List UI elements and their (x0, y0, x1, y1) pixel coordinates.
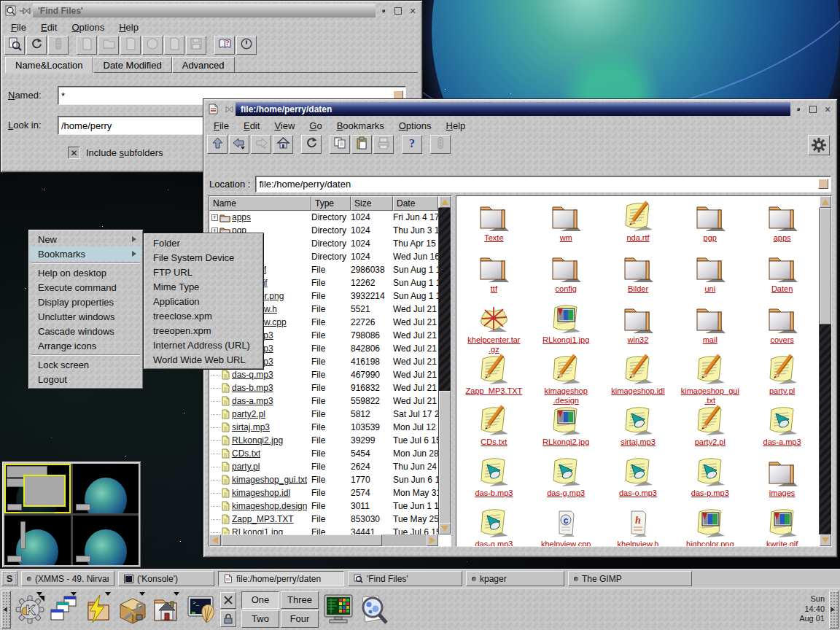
menu-file[interactable]: File (4, 20, 34, 34)
icon-label[interactable]: das-o.mp3 (619, 489, 657, 498)
context-menu-item-lock-screen[interactable]: Lock screen (30, 357, 141, 372)
window-title[interactable]: 'Find Files' (33, 4, 376, 18)
file-name-link[interactable]: das-a.mp3 (232, 396, 273, 406)
maximize-button[interactable] (392, 4, 405, 17)
menu-bookmarks[interactable]: Bookmarks (330, 119, 392, 133)
desktop-button-four[interactable]: Four (281, 610, 319, 628)
icon-cell[interactable]: kimageshop.idl (602, 352, 674, 403)
close-button[interactable]: × (821, 103, 834, 115)
file-name-link[interactable]: das-q.mp3 (232, 370, 273, 380)
copy-button[interactable] (330, 135, 350, 154)
table-row[interactable]: RLkonqi1.jpgFile34441Tue Jul 6 15: (209, 526, 438, 534)
icon-cell[interactable]: kimageshop_gui.txt (674, 352, 746, 403)
pager-desktop-4[interactable] (73, 516, 139, 565)
up-button[interactable] (207, 135, 228, 154)
column-header-size[interactable]: Size (351, 196, 393, 211)
icon-label[interactable]: das-a.mp3 (763, 438, 801, 447)
icon-label[interactable]: das-g.mp3 (547, 489, 585, 498)
file-name-link[interactable]: kimageshop_gui.txt (232, 475, 307, 485)
icon-label[interactable]: Bilder (628, 284, 648, 294)
sticky-pin-icon[interactable] (221, 103, 234, 115)
taskbar-start-button[interactable]: S (1, 571, 18, 586)
icon-cell[interactable]: das-a.mp3 (746, 403, 818, 454)
file-name-link[interactable]: RLkonqi2.jpg (232, 435, 283, 446)
submenu-item-folder[interactable]: Folder (145, 236, 262, 250)
window-list-button[interactable] (47, 591, 81, 628)
icon-cell[interactable]: Zapp_MP3.TXT (458, 352, 530, 403)
icon-cell[interactable]: CDs.txt (458, 403, 530, 454)
icons-scroll-thumb[interactable] (820, 208, 831, 324)
icon-cell[interactable]: RLkonqi2.jpg (530, 403, 602, 454)
icon-label[interactable]: config (556, 284, 577, 294)
table-row[interactable]: kimageshop.designFile3011Tue Jun 1 15 (209, 499, 438, 513)
sticky-pin-icon[interactable] (18, 4, 31, 17)
icon-label[interactable]: khelpview.cpp (541, 540, 591, 547)
stop-button[interactable] (430, 135, 451, 154)
icon-label[interactable]: RLkonqi1.jpg (542, 335, 589, 345)
x-tool-button[interactable] (220, 592, 236, 609)
file-name-link[interactable]: RLkonqi1.jpg (232, 527, 283, 534)
taskbar-item[interactable]: ('Konsole') (118, 571, 214, 586)
reload-button[interactable] (26, 36, 47, 55)
context-menu-item-help-on-desktop[interactable]: Help on desktop (30, 265, 141, 280)
icon-cell[interactable]: images (746, 454, 818, 505)
icon-cell[interactable]: nda.rtf (602, 199, 674, 250)
desktop-button-one[interactable]: One (241, 591, 279, 609)
tree-scroll-left-button[interactable] (209, 534, 221, 546)
minimize-button[interactable] (792, 103, 805, 115)
table-row[interactable]: das-a.mp3File559822Wed Jul 21 21 (209, 394, 438, 408)
find-tool-button[interactable] (356, 591, 390, 628)
location-combo-button[interactable] (818, 179, 828, 189)
icon-label[interactable]: kwrite.gif (766, 540, 798, 547)
icon-cell[interactable]: das-g.mp3 (530, 454, 602, 505)
column-header-date[interactable]: Date (393, 196, 438, 211)
context-menu-item-logout[interactable]: Logout (30, 372, 141, 386)
window-title[interactable]: file:/home/perry/daten (236, 102, 790, 116)
location-input[interactable] (256, 176, 818, 192)
icon-cell[interactable]: hkhelpview.h (602, 505, 674, 547)
tree-vertical-scrollbar[interactable] (438, 208, 451, 534)
submenu-item-world-wide-web-url[interactable]: World Wide Web URL (145, 352, 262, 367)
icon-label[interactable]: covers (770, 335, 793, 345)
icon-cell[interactable]: das-q.mp3 (458, 505, 530, 547)
table-row[interactable]: +appsDirectory1024Fri Jun 4 17:2 (209, 211, 438, 224)
stop-button[interactable] (48, 36, 69, 55)
icon-cell[interactable]: party2.pl (674, 403, 746, 454)
icons-scroll-down-button[interactable] (820, 534, 831, 546)
taskbar-item[interactable]: The GIMP (568, 571, 692, 586)
doc2-button[interactable] (120, 36, 141, 55)
icon-cell[interactable]: uni (674, 250, 746, 301)
icon-label[interactable]: khelpview.h (618, 540, 659, 547)
file-name-link[interactable]: apps (232, 212, 251, 222)
icon-label[interactable]: kimageshop.idl (611, 386, 664, 396)
taskbar-item[interactable]: 'Find Files' (348, 571, 462, 586)
icons-vertical-scrollbar[interactable] (819, 208, 831, 534)
icon-cell[interactable]: kimageshop.design (530, 352, 602, 403)
file-name-link[interactable]: kimageshop.design (232, 501, 307, 511)
icon-cell[interactable]: pgp (674, 199, 746, 250)
icon-cell[interactable]: ckhelpview.cpp (530, 505, 602, 547)
help-book-button[interactable]: ? (214, 36, 235, 55)
icon-label[interactable]: nda.rtf (626, 233, 649, 243)
icon-label[interactable]: CDs.txt (481, 438, 507, 447)
icon-label[interactable]: uni (704, 284, 715, 294)
icon-label[interactable]: win32 (628, 335, 649, 345)
icon-cell[interactable]: RLkonqi1.jpg (530, 301, 602, 352)
taskbar-item[interactable]: file:/home/perry/daten (218, 571, 344, 586)
find-file-button[interactable] (4, 36, 25, 55)
icon-cell[interactable]: ttf (458, 250, 530, 301)
file-name-link[interactable]: das-b.mp3 (232, 383, 273, 393)
icon-cell[interactable]: highcolor.png (674, 505, 746, 547)
lock-button[interactable] (220, 610, 236, 627)
pager-desktop-3[interactable] (4, 516, 71, 565)
forward-button[interactable] (251, 135, 271, 154)
close-button[interactable]: × (406, 4, 419, 17)
table-row[interactable]: kimageshop_gui.txtFile1770Sun Jun 6 14 (209, 473, 438, 486)
panel-hide-handle-left[interactable] (1, 591, 11, 629)
info-button[interactable] (236, 36, 257, 55)
icon-label[interactable]: mail (703, 335, 718, 345)
icon-label[interactable]: pgp (704, 233, 717, 243)
expander-icon[interactable]: + (211, 214, 218, 221)
context-menu-item-unclutter-windows[interactable]: Unclutter windows (30, 309, 141, 324)
icon-cell[interactable]: mail (674, 301, 746, 352)
